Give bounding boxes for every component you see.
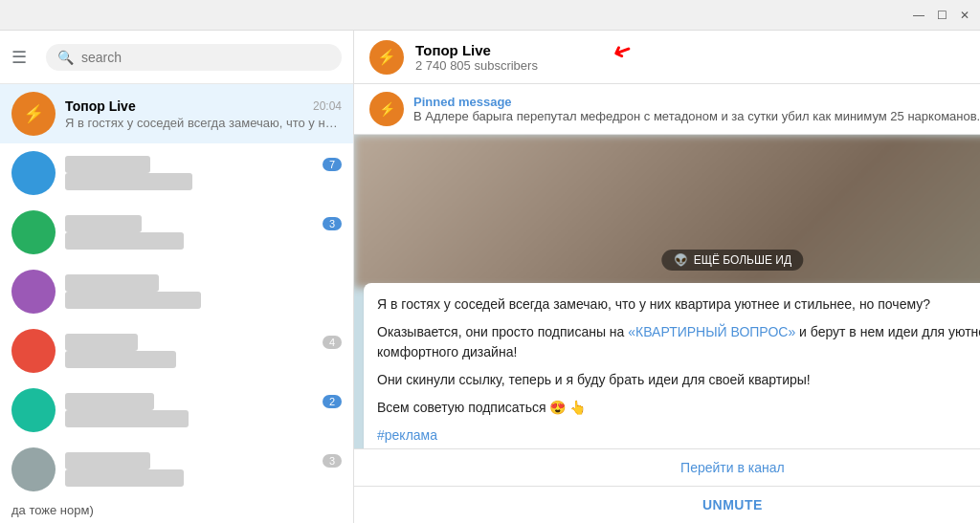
list-item[interactable]: ⚡ Топор Live 20:04 Я в гостях у соседей … — [0, 84, 353, 143]
message-paragraph-4: Всем советую подписаться 😍 👆 — [377, 398, 980, 418]
title-bar: — ☐ ✕ — [0, 0, 980, 31]
more-media-button[interactable]: 👽 ЕЩЁ БОЛЬШЕ ИД — [662, 250, 803, 271]
chat-name — [65, 156, 150, 173]
list-item[interactable]: 7 — [0, 143, 353, 203]
message-hashtag: #реклама — [377, 427, 437, 443]
search-icon: 🔍 — [57, 50, 74, 65]
list-item[interactable]: 3 — [0, 203, 353, 262]
subscriber-count: 2 740 805 subscribers — [415, 58, 980, 73]
chat-info: 3 — [65, 452, 342, 487]
minimize-button[interactable]: — — [911, 8, 926, 23]
more-media-label: ЕЩЁ БОЛЬШЕ ИД — [694, 253, 791, 267]
pin-avatar: ⚡ — [369, 92, 404, 126]
avatar — [11, 447, 56, 491]
chat-badge: 2 — [323, 395, 342, 408]
chat-header: ⚡ Топор Live 2 740 805 subscribers ➜ 🔍 ⊞… — [354, 31, 980, 84]
avatar — [11, 270, 56, 314]
chat-info — [65, 274, 342, 309]
list-item[interactable] — [0, 262, 353, 321]
unmute-button[interactable]: UNMUTE — [702, 497, 763, 512]
chat-preview — [65, 232, 184, 250]
chat-info: Топор Live 20:04 Я в гостях у соседей вс… — [65, 98, 342, 130]
channel-avatar: ⚡ — [369, 40, 404, 75]
chat-preview: Я в гостях у соседей всегда замечаю, что… — [65, 116, 342, 130]
chat-info: 2 — [65, 393, 342, 427]
list-item[interactable]: 4 — [0, 321, 353, 381]
chat-preview — [65, 292, 201, 309]
message-text: Я в гостях у соседей всегда замечаю, что… — [377, 294, 980, 446]
sidebar: ☰ 🔍 ⚡ Топор Live 20:04 Я в гостях у сосе… — [0, 31, 354, 523]
chat-preview — [65, 173, 192, 190]
channel-name: Топор Live — [415, 42, 980, 58]
unmute-bar[interactable]: UNMUTE — [354, 486, 980, 523]
messages-area: 💬 💬 💬 💬 👽 ЕЩЁ БОЛЬШЕ ИД Я в гостях у сос… — [354, 135, 980, 448]
close-button[interactable]: ✕ — [957, 8, 972, 23]
alien-icon: 👽 — [674, 253, 688, 267]
channel-info: Топор Live 2 740 805 subscribers — [415, 42, 980, 73]
chat-badge: 3 — [323, 217, 342, 230]
chat-preview — [65, 469, 184, 487]
avatar — [11, 210, 56, 254]
sidebar-header: ☰ 🔍 — [0, 31, 353, 84]
search-box[interactable]: 🔍 — [46, 44, 342, 71]
list-item[interactable]: 2 — [0, 381, 353, 440]
chat-name — [65, 215, 142, 232]
chat-name — [65, 334, 138, 351]
message-link[interactable]: «КВАРТИРНЫЙ ВОПРОС» — [628, 324, 795, 339]
chat-info: 7 — [65, 156, 342, 190]
chat-info: 3 — [65, 215, 342, 250]
chat-badge: 7 — [323, 158, 342, 171]
chat-badge: 4 — [323, 336, 342, 349]
list-item[interactable]: 3 — [0, 440, 353, 499]
chat-list: ⚡ Топор Live 20:04 Я в гостях у соседей … — [0, 84, 353, 523]
avatar: ⚡ — [11, 92, 56, 136]
chat-name — [65, 393, 154, 410]
chat-name: Топор Live — [65, 98, 136, 114]
avatar — [11, 329, 56, 373]
message-paragraph-1: Я в гостях у соседей всегда замечаю, что… — [377, 294, 980, 315]
chat-preview — [65, 351, 176, 368]
pin-text: Pinned message В Адлере барыга перепутал… — [413, 95, 980, 123]
pinned-bar[interactable]: ⚡ Pinned message В Адлере барыга перепут… — [354, 84, 980, 135]
chat-name — [65, 452, 150, 469]
chat-time: 20:04 — [313, 99, 342, 113]
message-paragraph-3: Они скинули ссылку, теперь и я буду брат… — [377, 370, 980, 390]
avatar — [11, 388, 56, 432]
hamburger-icon[interactable]: ☰ — [11, 47, 34, 68]
chat-panel: ⚡ Топор Live 2 740 805 subscribers ➜ 🔍 ⊞… — [354, 31, 980, 523]
pin-label: Pinned message — [413, 95, 980, 109]
goto-channel-button[interactable]: Перейти в канал — [680, 460, 785, 475]
app-container: ☰ 🔍 ⚡ Топор Live 20:04 Я в гостях у сосе… — [0, 31, 980, 523]
bottom-message: да тоже норм) — [0, 499, 353, 521]
message-bubble: Я в гостях у соседей всегда замечаю, что… — [364, 283, 980, 448]
avatar — [11, 151, 56, 195]
message-paragraph-2: Оказывается, они просто подписаны на «КВ… — [377, 322, 980, 362]
chat-info: 4 — [65, 334, 342, 368]
chat-name — [65, 274, 159, 292]
maximize-button[interactable]: ☐ — [934, 8, 949, 23]
goto-channel-bar[interactable]: Перейти в канал — [354, 448, 980, 486]
pin-preview: В Адлере барыга перепутал мефедрон с мет… — [413, 109, 980, 123]
search-input[interactable] — [81, 50, 330, 65]
chat-badge: 3 — [323, 454, 342, 468]
chat-preview — [65, 410, 189, 427]
